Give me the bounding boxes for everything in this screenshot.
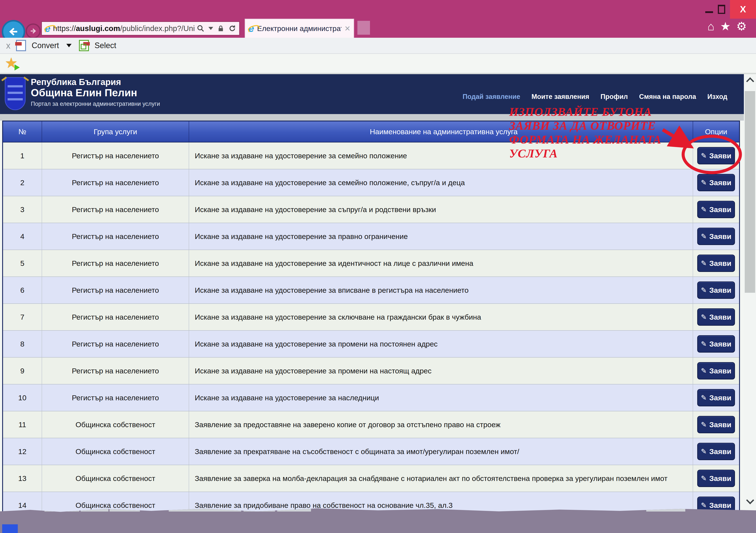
apply-button[interactable]: ✎ Заяви [697, 228, 735, 245]
apply-button[interactable]: ✎ Заяви [697, 201, 735, 218]
row-group: Регистър на населението [42, 143, 189, 169]
table-row: 6 Регистър на населението Искане за изда… [3, 277, 739, 304]
apply-button-label: Заяви [709, 259, 731, 268]
nav-my-applications[interactable]: Моите заявления [531, 93, 589, 101]
scroll-up-button[interactable] [745, 76, 754, 84]
restore-icon[interactable] [718, 5, 725, 14]
table-row: 7 Регистър на населението Искане за изда… [3, 304, 739, 331]
ie-logo-icon: e [45, 23, 50, 33]
apply-button[interactable]: ✎ Заяви [697, 147, 735, 164]
table-row: 5 Регистър на населението Искане за изда… [3, 250, 739, 277]
apply-button-label: Заяви [709, 205, 731, 214]
forward-arrow-icon [30, 27, 37, 35]
settings-gear-icon[interactable]: ⚙ [736, 20, 747, 32]
row-number: 5 [3, 250, 42, 277]
row-options-cell: ✎ Заяви [693, 196, 739, 223]
row-number: 13 [3, 465, 42, 492]
row-service-name: Искане за издаване на удостоверение за с… [189, 304, 693, 330]
apply-button[interactable]: ✎ Заяви [697, 335, 735, 353]
col-header-number: № [3, 121, 42, 142]
apply-button[interactable]: ✎ Заяви [697, 443, 735, 460]
toolbar-close-icon[interactable]: x [6, 41, 11, 50]
ie-tab-icon: e [249, 23, 254, 33]
row-service-name: Искане за издаване на удостоверение за с… [189, 143, 693, 169]
apply-button[interactable]: ✎ Заяви [697, 308, 735, 326]
back-arrow-icon [8, 26, 19, 37]
pencil-icon: ✎ [701, 367, 707, 374]
scrollbar-thumb[interactable] [745, 91, 755, 293]
tab-close-icon[interactable]: × [345, 24, 350, 33]
row-group: Регистър на населението [42, 223, 189, 250]
apply-button[interactable]: ✎ Заяви [697, 389, 735, 406]
apply-button[interactable]: ✎ Заяви [697, 281, 735, 299]
convert-button[interactable]: Convert [32, 41, 59, 50]
blurred-taskbar [0, 508, 756, 533]
search-dropdown-icon[interactable] [208, 27, 213, 30]
annotation-line-2: ЗАЯВИ ЗА ДА ОТВОРИТЕ [509, 119, 656, 132]
apply-button[interactable]: ✎ Заяви [697, 174, 735, 191]
pdf-convert-icon [16, 40, 26, 51]
row-number: 12 [3, 438, 42, 465]
taskbar-accent [2, 524, 18, 533]
table-row: 2 Регистър на населението Искане за изда… [3, 169, 739, 196]
browser-tab[interactable]: e Електронни администрати... × [245, 19, 354, 38]
logo-detail [8, 98, 23, 100]
apply-button-label: Заяви [709, 286, 731, 294]
search-icon[interactable] [197, 24, 204, 32]
minimize-icon[interactable] [705, 11, 713, 13]
table-body: 1 Регистър на населението Искане за изда… [3, 143, 739, 519]
scroll-down-button[interactable] [745, 496, 754, 505]
address-bar[interactable]: e https://auslugi.com/public/index.php?/… [41, 21, 240, 36]
table-row: 13 Общинска собственост Заявление за зав… [3, 465, 739, 492]
pencil-icon: ✎ [701, 206, 707, 213]
apply-button-label: Заяви [709, 501, 731, 510]
apply-button-label: Заяви [709, 420, 731, 429]
favorites-star-icon[interactable]: ★ [720, 20, 731, 32]
nav-logout[interactable]: Изход [707, 93, 727, 101]
row-group: Регистър на населението [42, 331, 189, 357]
nav-change-password[interactable]: Смяна на парола [639, 93, 696, 101]
adobe-toolbar: x Convert Select [0, 38, 756, 54]
nav-profile[interactable]: Профил [601, 93, 628, 101]
row-service-name: Искане за издаване на удостоверение за п… [189, 358, 693, 384]
row-options-cell: ✎ Заяви [693, 465, 739, 492]
apply-button[interactable]: ✎ Заяви [697, 254, 735, 272]
row-number: 10 [3, 385, 42, 411]
close-button[interactable]: X [730, 0, 756, 19]
row-options-cell: ✎ Заяви [693, 277, 739, 303]
select-button[interactable]: Select [94, 41, 116, 50]
row-group: Общинска собственост [42, 411, 189, 438]
apply-button[interactable]: ✎ Заяви [697, 362, 735, 380]
restore-front-square [718, 5, 725, 14]
add-favorite-star-icon[interactable]: ★ [5, 55, 17, 71]
apply-button-label: Заяви [709, 340, 731, 348]
apply-button-label: Заяви [709, 313, 731, 321]
col-header-options: Опции [693, 121, 739, 142]
row-service-name: Искане за издаване на удостоверение за в… [189, 277, 693, 303]
apply-button[interactable]: ✎ Заяви [697, 470, 735, 487]
chevron-down-icon [746, 496, 754, 504]
table-row: 9 Регистър на населението Искане за изда… [3, 358, 739, 385]
row-service-name: Искане за издаване на удостоверение за п… [189, 331, 693, 357]
refresh-icon[interactable] [229, 24, 236, 32]
home-icon[interactable]: ⌂ [707, 20, 715, 32]
nav-submit-application[interactable]: Подай заявление [463, 93, 520, 101]
pencil-icon: ✎ [701, 287, 707, 294]
row-service-name: Искане за издаване на удостоверение за с… [189, 169, 693, 196]
table-row: 3 Регистър на населението Искане за изда… [3, 196, 739, 223]
row-group: Регистър на населението [42, 385, 189, 411]
table-row: 11 Общинска собственост Заявление за пре… [3, 411, 739, 438]
row-options-cell: ✎ Заяви [693, 411, 739, 438]
apply-button-label: Заяви [709, 393, 731, 402]
page-scrollbar[interactable] [744, 74, 756, 533]
new-tab-button[interactable] [357, 21, 370, 35]
row-service-name: Искане за издаване на удостоверение за п… [189, 223, 693, 250]
screen: X e https://auslugi.com/public/index.php… [0, 0, 756, 533]
forward-button[interactable] [26, 23, 41, 39]
table-row: 4 Регистър на населението Искане за изда… [3, 223, 739, 250]
convert-dropdown-icon[interactable] [67, 44, 71, 47]
pencil-icon: ✎ [701, 340, 707, 347]
col-header-group: Група услуги [42, 121, 189, 142]
coat-of-arms-logo [5, 77, 26, 110]
apply-button[interactable]: ✎ Заяви [697, 416, 735, 433]
